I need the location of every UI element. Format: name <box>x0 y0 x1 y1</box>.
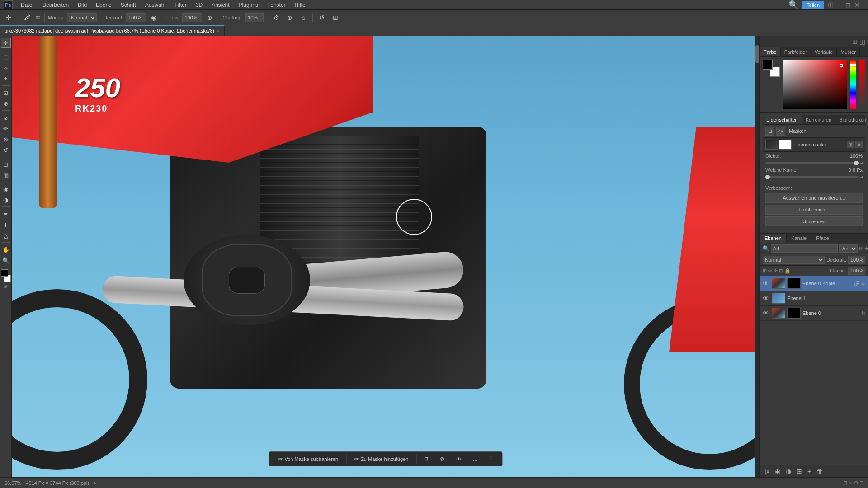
extra-btn[interactable]: ⊞ <box>330 12 341 23</box>
menu-ebene[interactable]: Ebene <box>92 1 115 9</box>
fg-color-swatch[interactable] <box>1 269 8 277</box>
menu-hilfe[interactable]: Hilfe <box>291 1 309 9</box>
tool-brush[interactable]: ✏ <box>1 123 11 133</box>
tool-move[interactable]: ✛ <box>1 38 11 48</box>
ebenenmaske-icon1[interactable]: ⊞ <box>847 141 854 148</box>
vertical-scrollbar[interactable] <box>755 36 760 477</box>
layer-mask-btn[interactable]: ◉ <box>773 467 782 476</box>
tab-ebenen[interactable]: Ebenen <box>760 234 787 243</box>
flaeche-input[interactable] <box>848 267 865 275</box>
menu-fenster[interactable]: Fenster <box>264 1 289 9</box>
deckraft-airbrush-btn[interactable]: ◉ <box>148 12 160 23</box>
erase-to-history-btn[interactable]: ↺ <box>316 12 328 23</box>
canvas-area[interactable]: 250 RK230 <box>12 36 760 477</box>
modus-select[interactable]: Normal <box>67 13 97 22</box>
menu-schrift[interactable]: Schrift <box>117 1 140 9</box>
tool-lasso[interactable]: ⌾ <box>1 63 11 73</box>
layers-kind-select[interactable]: Art <box>839 244 858 253</box>
tab-kanaele[interactable]: Kanäle <box>787 234 811 243</box>
color-gradient-picker[interactable] <box>783 60 847 109</box>
symmetry-btn[interactable]: ⌂ <box>297 12 309 23</box>
color-alpha-strip[interactable] <box>859 60 865 109</box>
tab-verlaeufe[interactable]: Verläufe <box>811 47 837 56</box>
settings-btn[interactable]: ⚙ <box>270 12 282 23</box>
layer-item-0[interactable]: 👁 Ebene 0 fx <box>760 306 868 321</box>
window-close-icon[interactable]: ✕ <box>854 1 860 9</box>
app-logo[interactable]: Ps <box>4 0 13 9</box>
menu-bild[interactable]: Bild <box>74 1 90 9</box>
tab-farbfelder[interactable]: Farbfelder <box>781 47 811 56</box>
color-hue-strip[interactable] <box>850 60 856 109</box>
tool-clone[interactable]: ⊗ <box>1 134 11 144</box>
tab-muster[interactable]: Muster <box>837 47 860 56</box>
layer-vis-0[interactable]: 👁 <box>763 310 770 317</box>
window-minimize-icon[interactable]: ─ <box>837 1 842 9</box>
tool-blur[interactable]: ◉ <box>1 184 11 194</box>
tool-move-btn[interactable]: ✛ <box>3 12 14 23</box>
layer-vis-1[interactable]: 👁 <box>763 295 770 302</box>
search-icon[interactable]: 🔍 <box>788 0 798 10</box>
menu-plugins[interactable]: Plug-ins <box>235 1 262 9</box>
fluss-icon-btn[interactable]: ⊕ <box>204 12 216 23</box>
tab-close-btn[interactable]: × <box>217 28 220 33</box>
lock-artboard-icon[interactable]: ⊡ <box>779 268 783 274</box>
auswaehlen-maskieren-btn[interactable]: Auswählen und maskieren... <box>765 193 863 203</box>
lock-position-icon[interactable]: ✛ <box>774 268 778 274</box>
tool-hand[interactable]: ✋ <box>1 244 11 254</box>
add-mask-btn[interactable]: ✏ Zu Maske hinzufügen <box>350 454 412 464</box>
panel-icon-layers[interactable]: ⊞ <box>852 38 858 45</box>
dichte-arrow[interactable]: ◂ <box>860 160 863 165</box>
layer-vis-0kopie[interactable]: 👁 <box>763 280 770 287</box>
layer-item-0kopie[interactable]: 👁 Ebene 0 Kopie 🔗 ◉ <box>760 276 868 291</box>
workspace-icon[interactable]: ⊞ <box>828 0 834 9</box>
tab-bibliotheken[interactable]: Bibliotheken <box>835 115 868 124</box>
mask-options-btn2[interactable]: ◎ <box>436 454 448 464</box>
tool-dodge[interactable]: ◑ <box>1 195 11 205</box>
layer-delete-btn[interactable]: 🗑 <box>815 467 825 476</box>
glattung-input[interactable] <box>245 13 264 22</box>
umkehren-btn[interactable]: Umkehren <box>765 216 863 226</box>
layer-new-btn[interactable]: + <box>806 467 813 476</box>
more-btn[interactable]: ... <box>469 455 481 464</box>
tab-farbe[interactable]: Farbe <box>760 47 781 56</box>
weiche-kante-arrow[interactable]: ◂ <box>860 174 863 179</box>
fg-color-well[interactable] <box>763 60 773 70</box>
layer-mode-select[interactable]: Normal <box>763 256 825 264</box>
main-tab[interactable]: bike-3073082 nattapol deejitwasin auf Pi… <box>0 25 225 36</box>
tool-heal[interactable]: ⌀ <box>1 113 11 122</box>
teilen-button[interactable]: Teilen <box>802 1 824 9</box>
tool-zoom[interactable]: 🔍 <box>1 255 11 265</box>
dichte-slider[interactable] <box>765 162 859 164</box>
scrollbar-thumb[interactable] <box>755 45 759 63</box>
tab-pfade[interactable]: Pfade <box>811 234 834 243</box>
menu-ansicht[interactable]: Ansicht <box>208 1 233 9</box>
ebenenmaske-icon2[interactable]: ✕ <box>855 141 863 148</box>
layer-adjustment-btn[interactable]: ◑ <box>784 467 793 476</box>
weiche-kante-slider[interactable] <box>765 176 859 178</box>
new-group-icon[interactable]: ⊞ <box>859 245 863 252</box>
tool-shape[interactable]: △ <box>1 230 11 240</box>
tab-korrekturen[interactable]: Korrekturen <box>802 115 835 124</box>
tab-eigenschaften[interactable]: Eigenschaften <box>763 115 802 124</box>
angle-btn[interactable]: ⊕ <box>284 12 296 23</box>
tool-eraser[interactable]: ◻ <box>1 159 11 169</box>
tool-eyedropper[interactable]: ⊕ <box>1 99 11 108</box>
tool-crop[interactable]: ⊡ <box>1 88 11 98</box>
status-navigation[interactable]: > <box>94 480 96 486</box>
pixel-icon[interactable]: ⊞ <box>765 127 774 136</box>
panel-icon-history[interactable]: ◫ <box>859 38 865 45</box>
tool-history-brush[interactable]: ↺ <box>1 145 11 155</box>
menu-auswahl[interactable]: Auswahl <box>142 1 169 9</box>
new-layer-icon[interactable]: + <box>865 245 868 252</box>
fluss-input[interactable] <box>182 13 202 22</box>
lock-transparent-icon[interactable]: ⊞ <box>763 268 767 274</box>
subtract-mask-btn[interactable]: ✏ Von Maske subtrahieren <box>274 454 343 464</box>
tool-brush-btn[interactable] <box>21 12 33 23</box>
deckraft-input[interactable] <box>126 13 146 22</box>
layers-search-input[interactable] <box>771 244 838 253</box>
mask-options-btn3[interactable]: 👁 <box>452 455 465 464</box>
tool-text[interactable]: T <box>1 220 11 230</box>
quick-mask-btn[interactable]: ◉ <box>4 284 8 289</box>
menu-3d[interactable]: 3D <box>192 1 206 9</box>
layer-group-btn[interactable]: ⊞ <box>795 467 804 476</box>
